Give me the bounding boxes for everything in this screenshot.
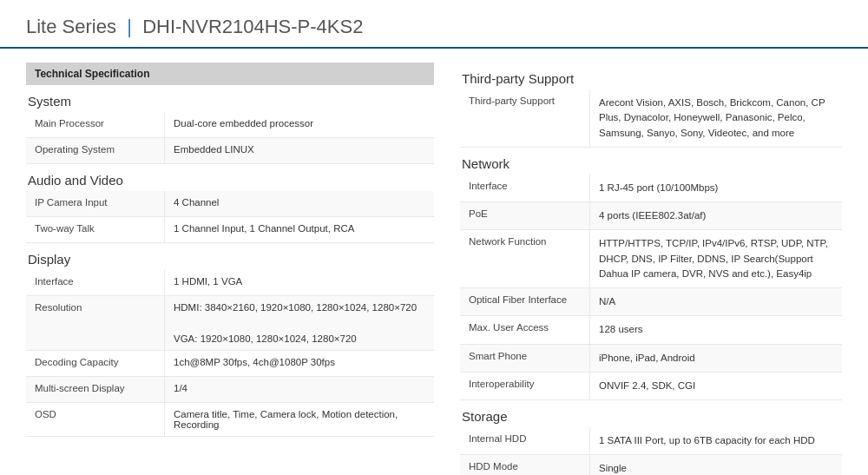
right-spec-label: Smart Phone bbox=[460, 345, 590, 372]
spec-value: 1 HDMI, 1 VGA bbox=[165, 270, 434, 295]
series-label: Lite Series bbox=[26, 16, 116, 37]
right-spec-label: Interface bbox=[460, 175, 590, 201]
spec-label: Operating System bbox=[26, 138, 165, 163]
spec-label: OSD bbox=[26, 403, 165, 436]
section-title: Technical Specification bbox=[26, 63, 434, 85]
right-spec-label: Internal HDD bbox=[460, 427, 590, 454]
spec-label: Multi-screen Display bbox=[26, 377, 165, 402]
right-spec-value: iPhone, iPad, Android bbox=[590, 345, 842, 372]
spec-label: Resolution bbox=[26, 296, 165, 350]
right-group-title-1: Network bbox=[460, 156, 842, 171]
spec-row: IP Camera Input4 Channel bbox=[26, 191, 434, 217]
right-spec-row: Optical Fiber InterfaceN/A bbox=[460, 288, 842, 316]
right-spec-value: Arecont Vision, AXIS, Bosch, Brickcom, C… bbox=[590, 89, 842, 147]
spec-label: Decoding Capacity bbox=[26, 351, 165, 376]
spec-value: Embedded LINUX bbox=[165, 138, 434, 163]
page-title: Lite Series | DHI-NVR2104HS-P-4KS2 bbox=[26, 16, 842, 38]
spec-row: Decoding Capacity1ch@8MP 30fps, 4ch@1080… bbox=[26, 351, 434, 377]
right-spec-label: Max. User Access bbox=[460, 316, 590, 343]
right-spec-row: Third-party SupportArecont Vision, AXIS,… bbox=[460, 89, 842, 148]
spec-row: Operating SystemEmbedded LINUX bbox=[26, 138, 434, 164]
group-title-2: Display bbox=[26, 252, 434, 267]
left-column: Technical Specification SystemMain Proce… bbox=[26, 63, 434, 475]
right-spec-value: 1 SATA III Port, up to 6TB capacity for … bbox=[590, 427, 842, 454]
spec-row: Interface1 HDMI, 1 VGA bbox=[26, 270, 434, 296]
group-title-1: Audio and Video bbox=[26, 173, 434, 188]
group-title-0: System bbox=[26, 94, 434, 109]
model-label: DHI-NVR2104HS-P-4KS2 bbox=[142, 16, 363, 37]
spec-row: Two-way Talk1 Channel Input, 1 Channel O… bbox=[26, 217, 434, 243]
right-spec-row: PoE4 ports (IEEE802.3at/af) bbox=[460, 202, 842, 230]
right-spec-value: ONVIF 2.4, SDK, CGI bbox=[590, 373, 842, 399]
right-spec-row: Network FunctionHTTP/HTTPS, TCP/IP, IPv4… bbox=[460, 230, 842, 288]
spec-row: OSDCamera title, Time, Camera lock, Moti… bbox=[26, 403, 434, 437]
spec-label: Two-way Talk bbox=[26, 217, 165, 242]
spec-value: 1 Channel Input, 1 Channel Output, RCA bbox=[165, 217, 434, 242]
right-spec-row: Max. User Access128 users bbox=[460, 316, 842, 344]
right-spec-row: Interface1 RJ-45 port (10/100Mbps) bbox=[460, 175, 842, 202]
page-header: Lite Series | DHI-NVR2104HS-P-4KS2 bbox=[0, 0, 868, 49]
right-spec-label: Interoperability bbox=[460, 373, 590, 399]
spec-value: Camera title, Time, Camera lock, Motion … bbox=[165, 403, 434, 436]
right-spec-value: 128 users bbox=[590, 316, 842, 343]
right-spec-groups: Third-party SupportThird-party SupportAr… bbox=[460, 71, 842, 475]
left-spec-groups: SystemMain ProcessorDual-core embedded p… bbox=[26, 94, 434, 437]
right-spec-label: Optical Fiber Interface bbox=[460, 288, 590, 315]
right-spec-value: 4 ports (IEEE802.3at/af) bbox=[590, 202, 842, 229]
spec-value: 4 Channel bbox=[165, 191, 434, 216]
right-spec-row: Smart PhoneiPhone, iPad, Android bbox=[460, 345, 842, 373]
spec-row: Main ProcessorDual-core embedded process… bbox=[26, 112, 434, 138]
spec-label: Main Processor bbox=[26, 112, 165, 137]
right-spec-value: HTTP/HTTPS, TCP/IP, IPv4/IPv6, RTSP, UDP… bbox=[590, 230, 842, 287]
right-spec-label: Network Function bbox=[460, 230, 590, 287]
spec-value: Dual-core embedded processor bbox=[165, 112, 434, 137]
spec-value: HDMI: 3840×2160, 1920×1080, 1280×1024, 1… bbox=[165, 296, 434, 350]
spec-label: IP Camera Input bbox=[26, 191, 165, 216]
right-spec-label: HDD Mode bbox=[460, 455, 590, 475]
right-spec-value: 1 RJ-45 port (10/100Mbps) bbox=[590, 175, 842, 201]
main-content: Technical Specification SystemMain Proce… bbox=[0, 49, 868, 475]
spec-value: 1ch@8MP 30fps, 4ch@1080P 30fps bbox=[165, 351, 434, 376]
right-group-title-0: Third-party Support bbox=[460, 71, 842, 86]
right-group-title-2: Storage bbox=[460, 409, 842, 424]
spec-value: 1/4 bbox=[165, 377, 434, 402]
right-spec-label: PoE bbox=[460, 202, 590, 229]
spec-row: ResolutionHDMI: 3840×2160, 1920×1080, 12… bbox=[26, 296, 434, 351]
right-spec-row: Internal HDD1 SATA III Port, up to 6TB c… bbox=[460, 427, 842, 455]
right-spec-row: InteroperabilityONVIF 2.4, SDK, CGI bbox=[460, 373, 842, 400]
right-spec-value: N/A bbox=[590, 288, 842, 315]
right-spec-value: Single bbox=[590, 455, 842, 475]
spec-label: Interface bbox=[26, 270, 165, 295]
spec-row: Multi-screen Display1/4 bbox=[26, 377, 434, 403]
right-spec-label: Third-party Support bbox=[460, 89, 590, 147]
right-spec-row: HDD ModeSingle bbox=[460, 455, 842, 475]
right-column: Third-party SupportThird-party SupportAr… bbox=[460, 63, 842, 475]
